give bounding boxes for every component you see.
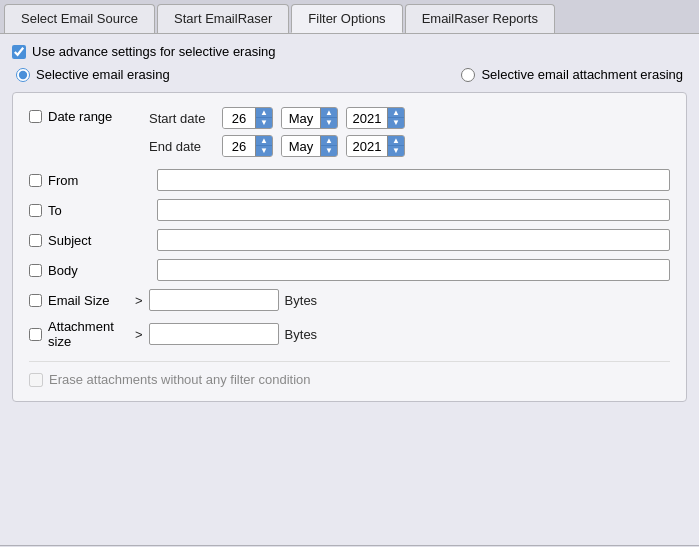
end-day-spinner[interactable]: ▲ ▼: [222, 135, 273, 157]
end-month-input[interactable]: [282, 137, 320, 156]
advance-settings-checkbox[interactable]: [12, 45, 26, 59]
end-day-input[interactable]: [223, 137, 255, 156]
attachment-size-bytes: Bytes: [285, 327, 318, 342]
radio-selective-email-input[interactable]: [16, 68, 30, 82]
radio-selective-email-label: Selective email erasing: [36, 67, 170, 82]
end-day-up-btn[interactable]: ▲: [256, 136, 272, 146]
date-range-checkbox[interactable]: [29, 110, 42, 123]
end-month-spinner-btns: ▲ ▼: [320, 136, 337, 156]
radio-selective-attachment-label: Selective email attachment erasing: [481, 67, 683, 82]
to-row: To: [29, 199, 670, 221]
start-day-up-btn[interactable]: ▲: [256, 108, 272, 118]
email-size-input[interactable]: [149, 289, 279, 311]
date-range-section: Date range Start date ▲ ▼: [29, 107, 670, 157]
erase-attachments-row: Erase attachments without any filter con…: [29, 361, 670, 387]
date-range-label: Date range: [48, 109, 112, 124]
email-size-checkbox-container: Email Size: [29, 293, 129, 308]
body-checkbox[interactable]: [29, 264, 42, 277]
advance-settings-row: Use advance settings for selective erasi…: [12, 44, 687, 59]
subject-row: Subject: [29, 229, 670, 251]
end-year-spinner-btns: ▲ ▼: [387, 136, 404, 156]
start-day-input[interactable]: [223, 109, 255, 128]
to-input[interactable]: [157, 199, 670, 221]
subject-input[interactable]: [157, 229, 670, 251]
end-day-spinner-btns: ▲ ▼: [255, 136, 272, 156]
email-size-bytes: Bytes: [285, 293, 318, 308]
start-date-label: Start date: [149, 111, 214, 126]
end-year-input[interactable]: [347, 137, 387, 156]
to-checkbox[interactable]: [29, 204, 42, 217]
radio-selective-email[interactable]: Selective email erasing: [16, 67, 170, 82]
from-checkbox[interactable]: [29, 174, 42, 187]
start-year-input[interactable]: [347, 109, 387, 128]
radio-selective-attachment[interactable]: Selective email attachment erasing: [461, 67, 683, 82]
subject-checkbox[interactable]: [29, 234, 42, 247]
subject-checkbox-container: Subject: [29, 233, 149, 248]
start-date-row: Start date ▲ ▼ ▲ ▼: [149, 107, 405, 129]
end-day-down-btn[interactable]: ▼: [256, 146, 272, 156]
email-size-label: Email Size: [48, 293, 109, 308]
start-year-down-btn[interactable]: ▼: [388, 118, 404, 128]
start-day-spinner-btns: ▲ ▼: [255, 108, 272, 128]
start-year-up-btn[interactable]: ▲: [388, 108, 404, 118]
tab-filter-options[interactable]: Filter Options: [291, 4, 402, 33]
start-month-up-btn[interactable]: ▲: [321, 108, 337, 118]
start-month-spinner-btns: ▲ ▼: [320, 108, 337, 128]
erase-attachments-checkbox[interactable]: [29, 373, 43, 387]
body-row: Body: [29, 259, 670, 281]
end-date-row: End date ▲ ▼ ▲ ▼: [149, 135, 405, 157]
email-size-row: Email Size > Bytes: [29, 289, 670, 311]
body-label: Body: [48, 263, 78, 278]
start-year-spinner-btns: ▲ ▼: [387, 108, 404, 128]
from-label: From: [48, 173, 78, 188]
advance-settings-label: Use advance settings for selective erasi…: [32, 44, 276, 59]
erase-attachments-label: Erase attachments without any filter con…: [49, 372, 311, 387]
email-size-gt: >: [135, 293, 143, 308]
tab-emailraser-reports[interactable]: EmailRaser Reports: [405, 4, 555, 33]
end-month-spinner[interactable]: ▲ ▼: [281, 135, 338, 157]
main-content: Use advance settings for selective erasi…: [0, 34, 699, 545]
start-month-down-btn[interactable]: ▼: [321, 118, 337, 128]
tab-start-emailraser[interactable]: Start EmailRaser: [157, 4, 289, 33]
start-day-spinner[interactable]: ▲ ▼: [222, 107, 273, 129]
attachment-size-input[interactable]: [149, 323, 279, 345]
start-year-spinner[interactable]: ▲ ▼: [346, 107, 405, 129]
email-size-checkbox[interactable]: [29, 294, 42, 307]
end-year-up-btn[interactable]: ▲: [388, 136, 404, 146]
start-month-spinner[interactable]: ▲ ▼: [281, 107, 338, 129]
from-checkbox-container: From: [29, 173, 149, 188]
end-year-spinner[interactable]: ▲ ▼: [346, 135, 405, 157]
tab-bar: Select Email Source Start EmailRaser Fil…: [0, 0, 699, 34]
radio-row: Selective email erasing Selective email …: [12, 67, 687, 82]
start-month-input[interactable]: [282, 109, 320, 128]
to-checkbox-container: To: [29, 203, 149, 218]
end-date-label: End date: [149, 139, 214, 154]
filter-panel: Date range Start date ▲ ▼: [12, 92, 687, 402]
tab-select-email-source[interactable]: Select Email Source: [4, 4, 155, 33]
date-rows: Start date ▲ ▼ ▲ ▼: [149, 107, 405, 157]
to-label: To: [48, 203, 62, 218]
start-day-down-btn[interactable]: ▼: [256, 118, 272, 128]
subject-label: Subject: [48, 233, 91, 248]
attachment-size-label: Attachment size: [48, 319, 129, 349]
end-month-up-btn[interactable]: ▲: [321, 136, 337, 146]
attachment-size-gt: >: [135, 327, 143, 342]
from-input[interactable]: [157, 169, 670, 191]
body-checkbox-container: Body: [29, 263, 149, 278]
end-year-down-btn[interactable]: ▼: [388, 146, 404, 156]
end-month-down-btn[interactable]: ▼: [321, 146, 337, 156]
attachment-size-checkbox[interactable]: [29, 328, 42, 341]
radio-selective-attachment-input[interactable]: [461, 68, 475, 82]
body-input[interactable]: [157, 259, 670, 281]
attachment-size-checkbox-container: Attachment size: [29, 319, 129, 349]
from-row: From: [29, 169, 670, 191]
date-range-label-container: Date range: [29, 107, 149, 124]
attachment-size-row: Attachment size > Bytes: [29, 319, 670, 349]
